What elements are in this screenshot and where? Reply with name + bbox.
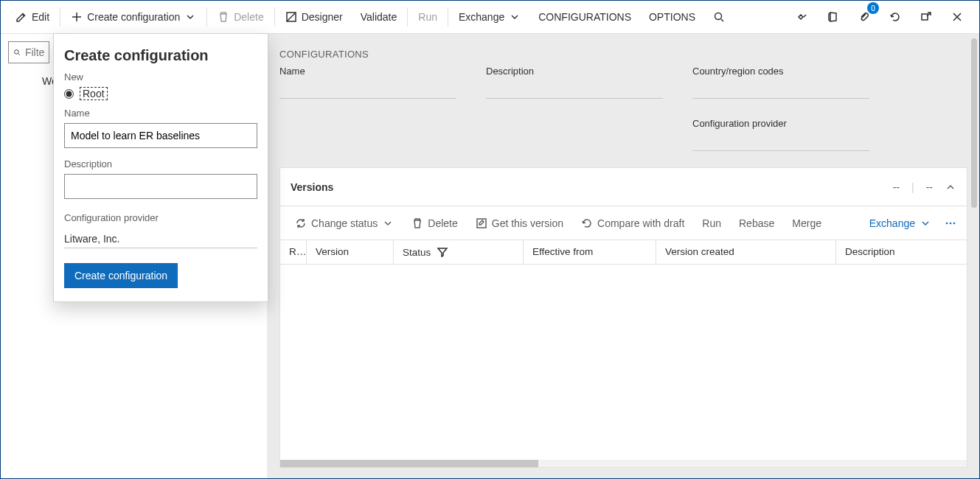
compare-label: Compare with draft <box>597 217 684 229</box>
run-button[interactable]: Run <box>409 1 446 33</box>
name-input[interactable] <box>64 123 257 148</box>
field-provider-value[interactable] <box>692 132 869 151</box>
merge-label: Merge <box>792 217 821 229</box>
separator <box>448 7 448 27</box>
validate-button[interactable]: Validate <box>352 1 406 33</box>
versions-exchange-button[interactable]: Exchange <box>861 207 940 240</box>
grid-body[interactable] <box>280 265 967 460</box>
versions-header: Versions -- | -- <box>280 168 967 206</box>
col-effective[interactable]: Effective from <box>524 240 656 264</box>
provider-value: Litware, Inc. <box>64 228 257 248</box>
popout-button[interactable] <box>914 5 938 29</box>
validate-label: Validate <box>361 11 397 23</box>
description-input[interactable] <box>64 174 257 199</box>
chevron-down-icon <box>509 11 521 23</box>
create-configuration-submit[interactable]: Create configuration <box>64 263 178 288</box>
col-status-label: Status <box>403 247 431 258</box>
field-country-value[interactable] <box>692 80 869 99</box>
change-status-label: Change status <box>311 217 378 229</box>
search-icon <box>13 46 21 58</box>
svg-point-5 <box>946 222 948 224</box>
connector-icon <box>796 11 808 23</box>
versions-run-label: Run <box>702 217 721 229</box>
vertical-scrollbar[interactable] <box>971 38 977 468</box>
filter-input[interactable] <box>25 46 44 58</box>
delete-button[interactable]: Delete <box>209 1 272 33</box>
horizontal-scrollbar-thumb[interactable] <box>280 460 538 467</box>
exchange-button[interactable]: Exchange <box>450 1 529 33</box>
separator <box>206 7 207 27</box>
col-status[interactable]: Status <box>394 240 524 264</box>
designer-button[interactable]: Designer <box>277 1 352 33</box>
search-button[interactable] <box>704 1 734 33</box>
chevron-up-icon[interactable] <box>945 181 956 193</box>
fields-row: Name Description Country/region codes Co… <box>279 66 967 151</box>
connector-icon-button[interactable] <box>790 5 814 29</box>
svg-point-6 <box>950 222 952 224</box>
versions-run-button[interactable]: Run <box>693 207 730 240</box>
toolbar-right: 0 <box>790 5 973 29</box>
close-button[interactable] <box>945 5 969 29</box>
right-panel: CONFIGURATIONS Name Description Country/… <box>268 34 979 478</box>
attachments-button[interactable]: 0 <box>852 5 876 29</box>
search-icon <box>713 11 725 23</box>
grid-header: R... Version Status Effective from Versi… <box>280 240 967 265</box>
refresh-button[interactable] <box>883 5 907 29</box>
exchange-label: Exchange <box>459 11 504 23</box>
col-description[interactable]: Description <box>836 240 967 264</box>
filter-icon[interactable] <box>437 246 448 258</box>
vertical-scrollbar-thumb[interactable] <box>971 38 977 208</box>
versions-delete-label: Delete <box>428 217 457 229</box>
root-radio[interactable] <box>64 89 74 99</box>
desc-label: Description <box>64 158 257 169</box>
svg-point-7 <box>953 222 956 224</box>
versions-dash1: -- <box>893 181 900 193</box>
options-tab[interactable]: OPTIONS <box>640 1 704 33</box>
configurations-label: CONFIGURATIONS <box>538 11 631 23</box>
merge-button[interactable]: Merge <box>783 207 830 240</box>
field-name-value[interactable] <box>279 80 456 99</box>
versions-exchange-label: Exchange <box>869 217 915 229</box>
field-provider-label: Configuration provider <box>692 118 869 129</box>
root-radio-label: Root <box>80 87 108 100</box>
configurations-tab[interactable]: CONFIGURATIONS <box>529 1 640 33</box>
filter-box[interactable] <box>8 41 49 63</box>
run-label: Run <box>418 11 437 23</box>
separator <box>407 7 408 27</box>
section-title: CONFIGURATIONS <box>279 34 967 66</box>
field-name-label: Name <box>279 66 456 77</box>
trash-icon <box>218 11 229 23</box>
col-version[interactable]: Version <box>307 240 394 264</box>
more-icon <box>945 217 956 229</box>
col-created[interactable]: Version created <box>656 240 836 264</box>
create-configuration-label: Create configuration <box>87 11 180 23</box>
field-description: Description <box>486 66 663 151</box>
col-r[interactable]: R... <box>280 240 307 264</box>
versions-panel: Versions -- | -- Change status <box>279 167 967 468</box>
versions-dash2: -- <box>926 181 933 193</box>
root-radio-row[interactable]: Root <box>64 87 257 100</box>
create-configuration-dropdown: Create configuration New Root Name Descr… <box>53 33 268 302</box>
app-toolbar: Edit Create configuration Delete Designe… <box>1 1 979 34</box>
pencil-icon <box>15 11 27 23</box>
rebase-button[interactable]: Rebase <box>730 207 783 240</box>
edit-button[interactable]: Edit <box>7 1 58 33</box>
office-icon-button[interactable] <box>821 5 845 29</box>
horizontal-scrollbar[interactable] <box>280 460 967 467</box>
create-configuration-button[interactable]: Create configuration <box>62 1 205 33</box>
paperclip-icon <box>858 11 870 23</box>
compare-button[interactable]: Compare with draft <box>572 207 693 240</box>
delete-label: Delete <box>234 11 263 23</box>
field-description-value[interactable] <box>486 80 663 99</box>
chevron-down-icon <box>920 217 931 229</box>
versions-delete-button[interactable]: Delete <box>403 207 466 240</box>
versions-more-button[interactable] <box>940 207 961 240</box>
change-status-button[interactable]: Change status <box>286 207 403 240</box>
get-this-version-button[interactable]: Get this version <box>467 207 572 240</box>
options-label: OPTIONS <box>649 11 695 23</box>
separator <box>60 7 60 27</box>
refresh-icon <box>889 11 901 23</box>
svg-point-1 <box>715 13 722 20</box>
provider-value-text: Litware, Inc. <box>64 233 119 245</box>
separator <box>274 7 275 27</box>
